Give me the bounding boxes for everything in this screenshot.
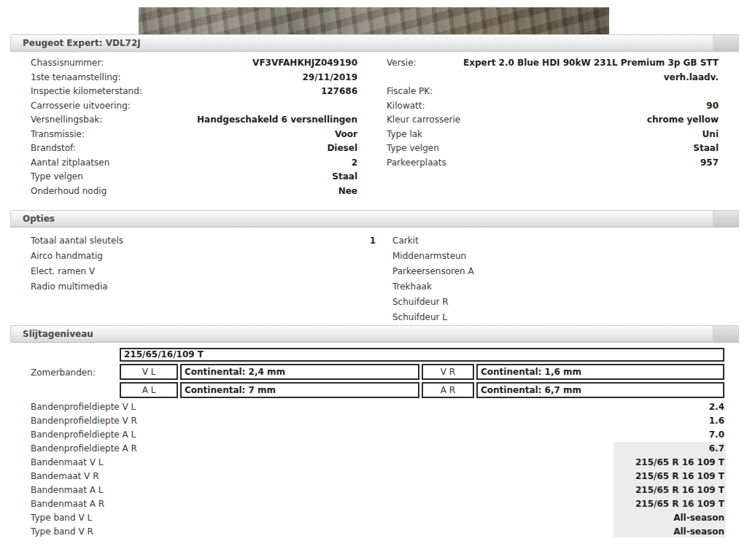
tire-rows: V L Continental: 2,4 mm V R Continental:… [120, 364, 724, 398]
spec-value: All-season [614, 525, 726, 537]
spec-value: 1 [129, 233, 376, 249]
spec-value: Staal [445, 141, 719, 156]
spec-label: Bandenprofieldiepte V L [31, 400, 142, 414]
tire-detail-row: Bandenmaat A L 215/65 R 16 109 T [31, 483, 726, 497]
tire-table-row: A L Continental: 7 mm A R Continental: 6… [120, 382, 724, 398]
spec-value: VF3VFAHKHJZ049190 [109, 56, 357, 71]
spec-row: Type lak Uni [387, 128, 719, 142]
tire-detail-row: Bandenmaat A R 215/65 R 16 109 T [31, 497, 726, 511]
spec-value: 957 [452, 156, 719, 171]
tire-detail-rows: Bandenprofieldiepte V L 2.4 Bandenprofie… [0, 400, 747, 537]
spec-row: Fiscale PK: [387, 85, 719, 99]
spec-row: Inspectie kilometerstand: 127686 [31, 85, 357, 99]
tire-position-right-cell: V R [422, 364, 474, 380]
spec-row: Kilowatt: 90 [387, 99, 719, 114]
tire-detail-row: Bandenprofieldiepte V L 2.4 [31, 400, 726, 414]
tire-position-left-cell: V L [120, 364, 178, 380]
spec-label: Onderhoud nodig [31, 184, 112, 199]
tire-position-right-cell: A R [422, 382, 474, 398]
opties-right-column: Carkit Middenarmsteun Parkeersensoren A … [392, 233, 474, 325]
spec-row: Radio multimedia [31, 279, 376, 295]
spec-label: Versnellingsbak: [31, 113, 108, 128]
spec-value: 90 [441, 99, 719, 114]
browser-viewport: Peugeot Expert: VDL72J Chassisnummer: VF… [0, 0, 747, 560]
tire-brand-right-cell: Continental: 1,6 mm [476, 364, 724, 380]
opties-left-column: Totaal aantal sleutels 1 Airco handmatig… [31, 233, 376, 295]
option-item: Middenarmsteun [392, 249, 474, 264]
tire-detail-row: Type band V R All-season [31, 525, 726, 537]
spec-row: Transmissie: Voor [31, 128, 357, 142]
spec-label: Kleur carrosserie [387, 113, 466, 128]
spec-label: Bandenmaat V L [31, 456, 109, 470]
tire-detail-row: Bandenmaat V L 215/65 R 16 109 T [31, 456, 726, 470]
spec-label: Inspectie kilometerstand: [31, 85, 148, 99]
spec-label: Kilowatt: [387, 99, 431, 114]
spec-row: Parkeerplaats 957 [387, 156, 719, 171]
spec-value: 215/65 R 16 109 T [614, 456, 726, 470]
option-item: Trekhaak [392, 279, 474, 295]
spec-row: Type velgen Staal [387, 141, 719, 156]
spec-value: 1.6 [614, 414, 726, 428]
spec-value: 29/11/2019 [127, 71, 358, 85]
spec-label: Type velgen [31, 170, 89, 184]
tire-table-row: V L Continental: 2,4 mm V R Continental:… [120, 364, 724, 380]
spec-value: Voor [90, 128, 357, 142]
spec-row: Versie: Expert 2.0 Blue HDI 90kW 231L Pr… [387, 56, 719, 85]
spec-label: Brandstof: [31, 141, 82, 156]
spec-label: Type band V R [31, 525, 99, 537]
tire-position-left-cell: A L [120, 382, 178, 398]
spec-label: Type velgen [387, 141, 445, 156]
vehicle-info-left-column: Chassisnummer: VF3VFAHKHJZ049190 1ste te… [31, 56, 357, 198]
section-header-opties: Opties [10, 210, 739, 228]
tire-brand-left-cell: Continental: 7 mm [180, 382, 419, 398]
spec-label: Type band V L [31, 511, 98, 525]
section-header-vehicle: Peugeot Expert: VDL72J [10, 34, 739, 52]
spec-value: 7.0 [614, 428, 726, 442]
spec-row: Totaal aantal sleutels 1 [31, 233, 376, 249]
spec-value: Diesel [82, 141, 357, 156]
spec-row: Elect. ramen V [31, 264, 376, 279]
vehicle-photo-strip [139, 7, 609, 34]
spec-label: Chassisnummer: [31, 56, 109, 71]
tire-detail-row: Type band V L All-season [31, 511, 726, 525]
tire-brand-left-cell: Continental: 2,4 mm [180, 364, 419, 380]
option-item: Schuifdeur R [392, 295, 474, 310]
tire-detail-row: Bandenprofieldiepte V R 1.6 [31, 414, 726, 428]
spec-label: Bandenprofieldiepte A L [31, 428, 142, 442]
vehicle-info-right-column: Versie: Expert 2.0 Blue HDI 90kW 231L Pr… [387, 56, 719, 198]
tire-table: 215/65/16/109 T V L Continental: 2,4 mm … [120, 348, 724, 398]
spec-label: Elect. ramen V [31, 264, 101, 279]
spec-row: Chassisnummer: VF3VFAHKHJZ049190 [31, 56, 357, 71]
spec-value: Handgeschakeld 6 versnellingen [108, 113, 357, 128]
tire-detail-row: Bandenprofieldiepte A R 6.7 [31, 442, 726, 456]
tire-brand-right-cell: Continental: 6,7 mm [476, 382, 724, 398]
spec-label: Bandenmaat A R [31, 497, 110, 511]
spec-value: 127686 [148, 85, 357, 99]
vehicle-inspection-report: Peugeot Expert: VDL72J Chassisnummer: VF… [0, 0, 747, 537]
spec-row: Brandstof: Diesel [31, 141, 357, 156]
vehicle-section-title: Peugeot Expert: VDL72J [23, 38, 141, 48]
tire-size-header-cell: 215/65/16/109 T [120, 348, 724, 362]
spec-label: Transmissie: [31, 128, 90, 142]
spec-row: Type velgen Staal [31, 170, 357, 184]
spec-value: 215/65 R 16 109 T [614, 497, 726, 511]
spec-row: Kleur carrosserie chrome yellow [387, 113, 719, 128]
spec-value: 215/65 R 16 109 T [614, 483, 726, 497]
slijtage-section-title: Slijtageniveau [23, 329, 93, 339]
spec-label: Bandemaat V R [31, 470, 104, 483]
spec-row: 1ste tenaamstelling: 29/11/2019 [31, 71, 357, 85]
section-header-slijtageniveau: Slijtageniveau [10, 325, 739, 343]
spec-value: Nee [112, 184, 357, 199]
spec-label: 1ste tenaamstelling: [31, 71, 127, 85]
spec-label: Carrosserie uitvoering: [31, 99, 136, 114]
spec-label: Totaal aantal sleutels [31, 233, 129, 249]
spec-label: Radio multimedia [31, 279, 114, 295]
tire-detail-row: Bandemaat V R 215/65 R 16 109 T [31, 470, 726, 483]
opties-section-title: Opties [23, 214, 55, 224]
spec-label: Bandenmaat A L [31, 483, 109, 497]
spec-label: Type lak [387, 128, 428, 142]
spec-value: 2.4 [614, 400, 726, 414]
tire-detail-row: Bandenprofieldiepte A L 7.0 [31, 428, 726, 442]
spec-value: All-season [614, 511, 726, 525]
spec-label: Airco handmatig [31, 249, 109, 264]
